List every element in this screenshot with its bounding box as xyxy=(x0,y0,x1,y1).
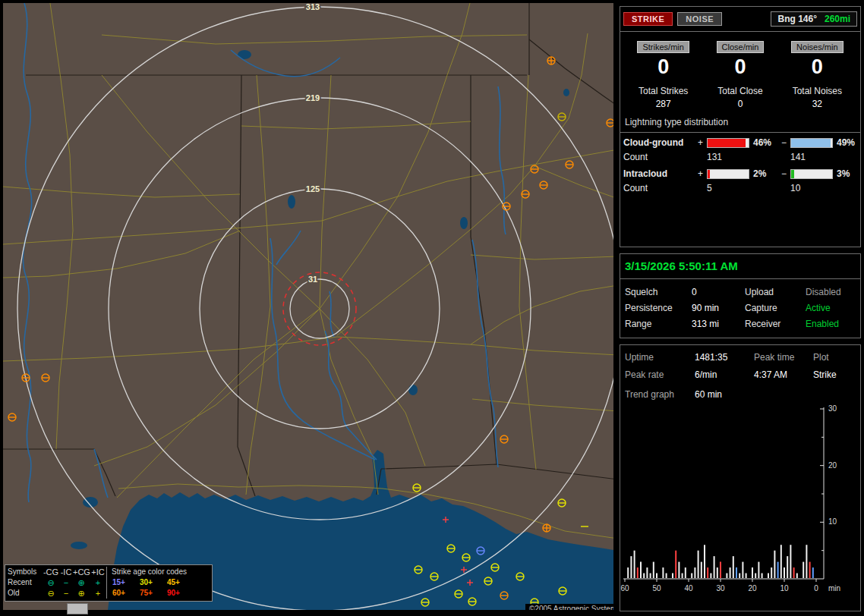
close-per-min-value: 0 xyxy=(702,55,778,79)
squelch-label: Squelch xyxy=(625,287,692,297)
cg-plus-count: 131 xyxy=(707,152,749,162)
total-close-label: Total Close xyxy=(702,86,778,96)
svg-text:20: 20 xyxy=(748,584,757,592)
plus-icon: + xyxy=(90,588,106,599)
age-60: 60+ xyxy=(112,588,140,599)
noises-per-min-value: 0 xyxy=(779,55,856,79)
ring-label: 31 xyxy=(308,275,317,284)
bearing-range: 260mi xyxy=(825,14,850,24)
total-strikes-label: Total Strikes xyxy=(625,86,702,96)
copyright-notice: ©2005 Astrogenic Systems xyxy=(525,604,613,610)
plus-icon: + xyxy=(90,577,106,588)
noise-indicator[interactable]: NOISE xyxy=(677,12,722,26)
divider xyxy=(620,132,860,133)
ring-label: 313 xyxy=(306,3,320,11)
strike-marker xyxy=(547,57,555,64)
uptime-label: Uptime xyxy=(625,352,695,363)
svg-text:30: 30 xyxy=(716,584,725,592)
total-strikes-value: 287 xyxy=(625,99,702,109)
legend-header-age: Strike age color codes xyxy=(106,567,194,577)
receiver-label: Receiver xyxy=(745,319,806,329)
uptime-value: 1481:35 xyxy=(695,352,754,363)
trend-graph-value: 60 min xyxy=(695,389,856,400)
ic-plus-count: 5 xyxy=(707,183,749,193)
strikes-per-min-value: 0 xyxy=(625,55,702,79)
age-90: 90+ xyxy=(167,588,194,599)
cg-plus-pct: 46% xyxy=(749,137,781,148)
ic-plus-bar xyxy=(707,169,749,179)
trend-panel: Uptime 1481:35 Peak time Plot Peak rate … xyxy=(620,344,861,611)
persistence-value: 90 min xyxy=(692,303,745,313)
strike-marker xyxy=(543,524,550,532)
map-legend: Symbols -CG -IC +CG +IC Strike age color… xyxy=(5,564,213,602)
cg-minus-bar-fill xyxy=(791,139,831,147)
cloud-ground-label: Cloud-ground xyxy=(623,137,698,148)
lightning-map[interactable]: 31321912531 Symbols -CG -IC +CG +IC Stri… xyxy=(3,3,613,610)
peak-time-value: 4:37 AM xyxy=(754,369,813,380)
count-label: Count xyxy=(623,152,698,162)
strike-counters-panel: STRIKE NOISE Bng 146° 260mi Strikes/min … xyxy=(620,6,861,247)
range-value: 313 mi xyxy=(692,319,745,329)
receiver-status: Enabled xyxy=(806,319,856,329)
divider xyxy=(620,278,860,279)
circle-plus-icon: ⊕ xyxy=(73,588,90,599)
minus-icon: − xyxy=(59,577,73,588)
circle-minus-icon: ⊖ xyxy=(43,577,59,588)
datetime-display: 3/15/2026 5:50:11 AM xyxy=(620,254,860,275)
total-close-value: 0 xyxy=(702,99,778,109)
distribution-title: Lightning type distribution xyxy=(620,109,860,129)
age-15: 15+ xyxy=(112,577,140,588)
circle-minus-icon: ⊖ xyxy=(43,588,59,599)
cg-plus-bar-fill xyxy=(708,139,746,147)
plot-value: Strike xyxy=(813,369,856,380)
ic-minus-bar-fill xyxy=(791,170,794,178)
svg-text:10: 10 xyxy=(828,517,837,526)
bearing-value: Bng 146° xyxy=(777,14,816,24)
age-75: 75+ xyxy=(140,588,167,599)
bottom-scrollbar-thumb[interactable] xyxy=(67,603,88,614)
upload-status: Disabled xyxy=(806,287,856,297)
ic-minus-bar xyxy=(790,169,833,179)
ic-plus-bar-fill xyxy=(708,170,710,178)
plus-sign: + xyxy=(698,137,707,148)
legend-header-symbols: Symbols xyxy=(8,567,43,577)
strike-indicator[interactable]: STRIKE xyxy=(623,12,673,26)
strikes-per-min-label: Strikes/min xyxy=(637,41,689,53)
total-noises-value: 32 xyxy=(779,99,856,109)
svg-text:10: 10 xyxy=(780,584,789,592)
svg-text:50: 50 xyxy=(652,584,661,592)
legend-divider xyxy=(106,588,112,599)
legend-col-pos-cg: +CG xyxy=(73,567,90,577)
cg-minus-count: 141 xyxy=(790,152,833,162)
ic-plus-pct: 2% xyxy=(749,168,781,179)
legend-divider xyxy=(106,577,112,588)
total-noises-label: Total Noises xyxy=(779,86,856,96)
svg-text:30: 30 xyxy=(828,404,837,413)
close-per-min-label: Close/min xyxy=(717,41,765,53)
circle-plus-icon: ⊕ xyxy=(73,577,90,588)
plus-sign: + xyxy=(698,168,707,179)
divider xyxy=(620,31,860,32)
upload-label: Upload xyxy=(745,287,806,297)
svg-text:60: 60 xyxy=(620,584,629,592)
svg-text:0: 0 xyxy=(814,584,818,592)
minus-icon: − xyxy=(59,588,73,599)
svg-text:20: 20 xyxy=(828,461,837,470)
cg-minus-bar xyxy=(790,138,833,148)
ring-label: 125 xyxy=(306,184,320,193)
persistence-label: Persistence xyxy=(625,303,692,313)
legend-row-recent: Recent xyxy=(8,577,43,588)
trend-chart: 1020306050403020100min xyxy=(620,403,859,600)
peak-rate-value: 6/min xyxy=(695,369,754,380)
legend-col-pos-ic: +IC xyxy=(90,567,106,577)
age-45: 45+ xyxy=(167,577,194,588)
svg-text:40: 40 xyxy=(684,584,693,592)
cg-plus-bar xyxy=(707,138,749,148)
squelch-value: 0 xyxy=(692,287,745,297)
legend-col-neg-cg: -CG xyxy=(43,567,59,577)
receiver-status-panel: 3/15/2026 5:50:11 AM Squelch 0 Upload Di… xyxy=(620,253,861,338)
bearing-display: Bng 146° 260mi xyxy=(771,11,857,27)
map-canvas: 31321912531 xyxy=(3,3,613,610)
minus-sign: − xyxy=(781,168,790,179)
age-30: 30+ xyxy=(140,577,167,588)
